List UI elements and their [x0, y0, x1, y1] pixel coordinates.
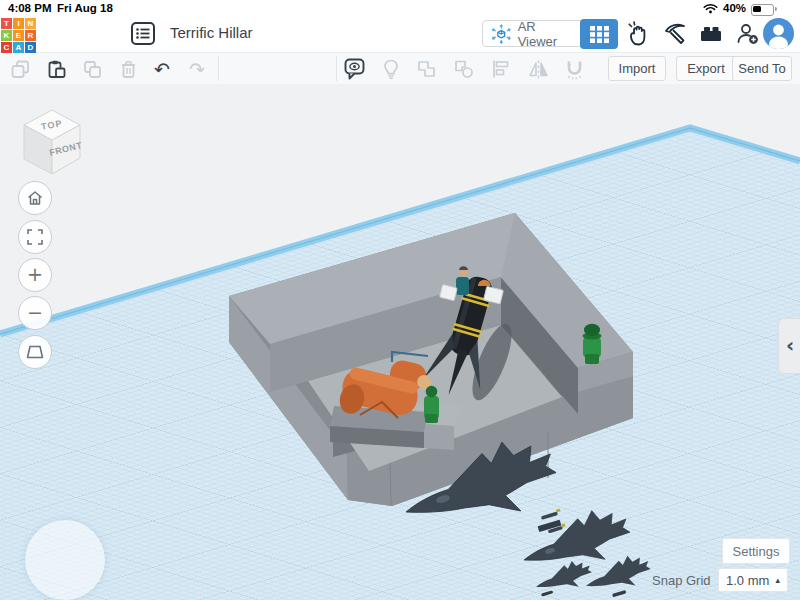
- logo-tile: N: [25, 18, 36, 29]
- home-icon: [26, 189, 44, 207]
- minecraft-pickaxe-button[interactable]: [660, 20, 690, 48]
- ar-viewer-button[interactable]: AR Viewer: [482, 20, 584, 47]
- battery-nub: [775, 7, 777, 11]
- grid-icon: [590, 26, 609, 43]
- zoom-in-button[interactable]: +: [18, 258, 52, 292]
- ar-cube-icon: [491, 23, 512, 45]
- plus-icon: +: [27, 265, 43, 284]
- home-view-button[interactable]: [18, 181, 52, 215]
- mirror-icon: [527, 58, 550, 80]
- copy-icon: [10, 59, 31, 80]
- app-bar: T I N K E R C A D Terrific Hillar: [0, 16, 800, 53]
- logo-tile: K: [1, 30, 12, 41]
- shapes-panel-handle[interactable]: ‹: [778, 318, 800, 374]
- battery-icon: [751, 4, 774, 16]
- green-soldier-figure[interactable]: [583, 324, 602, 364]
- perspective-icon: [25, 343, 45, 361]
- snap-magnet-button[interactable]: [562, 57, 586, 81]
- mirror-button[interactable]: [526, 57, 550, 81]
- edit-toolbar: ↶ ↷: [0, 53, 800, 85]
- wifi-icon: [703, 3, 718, 14]
- chevron-left-icon: ‹: [786, 333, 794, 357]
- pickaxe-icon: [662, 21, 688, 47]
- comment-eye-icon: [343, 57, 366, 81]
- design-list-icon: [130, 21, 156, 46]
- snap-grid-value: 1.0 mm: [726, 573, 769, 588]
- show-all-button[interactable]: [379, 57, 403, 81]
- export-button[interactable]: Export: [676, 56, 736, 81]
- design-title[interactable]: Terrific Hillar: [170, 24, 253, 41]
- perspective-toggle-button[interactable]: [18, 335, 52, 369]
- user-avatar[interactable]: [763, 18, 794, 49]
- notes-button[interactable]: [342, 57, 366, 81]
- hand-icon: [626, 21, 652, 47]
- status-bar: 4:08 PM Fri Aug 18 40%: [0, 0, 800, 16]
- toolbar-divider: [218, 56, 219, 81]
- trash-icon: [118, 59, 139, 80]
- battery-fill: [753, 6, 761, 12]
- add-collaborator-button[interactable]: [734, 20, 762, 48]
- logo-tile: C: [1, 42, 12, 53]
- duplicate-button[interactable]: [80, 57, 104, 81]
- 3d-scene[interactable]: [0, 84, 800, 600]
- grid-view-button-active[interactable]: [580, 19, 618, 49]
- fit-view-button[interactable]: [18, 220, 52, 254]
- logo-tile: I: [13, 18, 24, 29]
- status-time: 4:08 PM: [8, 2, 51, 14]
- align-button[interactable]: [489, 57, 513, 81]
- ungroup-button[interactable]: [452, 57, 476, 81]
- logo-tile: D: [25, 42, 36, 53]
- add-person-icon: [735, 21, 761, 47]
- zoom-out-button[interactable]: −: [18, 296, 52, 330]
- minus-icon: −: [27, 303, 43, 322]
- lightbulb-icon: [380, 58, 402, 81]
- lego-brick-icon: [698, 21, 724, 47]
- battery-percent: 40%: [723, 2, 746, 14]
- paste-button[interactable]: [44, 57, 68, 81]
- green-worker-figure[interactable]: [424, 386, 439, 423]
- send-to-button[interactable]: Send To: [732, 56, 792, 81]
- fit-view-icon: [26, 228, 44, 246]
- avatar-person-icon: [763, 18, 794, 49]
- logo-tile: R: [25, 30, 36, 41]
- paste-icon: [46, 59, 67, 80]
- align-icon: [490, 58, 512, 80]
- tinkercad-app: 4:08 PM Fri Aug 18 40% T I N K E R C A D: [0, 0, 800, 600]
- group-button[interactable]: [415, 57, 439, 81]
- delete-button[interactable]: [116, 57, 140, 81]
- logo-tile: E: [13, 30, 24, 41]
- import-button[interactable]: Import: [608, 56, 666, 81]
- duplicate-icon: [82, 59, 103, 80]
- redo-icon: ↷: [189, 60, 205, 79]
- undo-icon: ↶: [154, 60, 170, 79]
- orbit-joystick[interactable]: [25, 520, 105, 600]
- snap-grid-label: Snap Grid: [652, 573, 711, 588]
- logo-tile: A: [13, 42, 24, 53]
- group-icon: [416, 58, 438, 80]
- snap-grid-dropdown[interactable]: 1.0 mm ▴: [718, 568, 788, 592]
- copy-button[interactable]: [8, 57, 32, 81]
- magnet-icon: [563, 58, 586, 81]
- brick-export-button[interactable]: [696, 20, 726, 48]
- gesture-tool-button[interactable]: [624, 20, 654, 48]
- redo-button[interactable]: ↷: [185, 57, 209, 81]
- undo-button[interactable]: ↶: [150, 57, 174, 81]
- my-designs-button[interactable]: [130, 21, 156, 46]
- toolbar-divider: [336, 56, 337, 81]
- tinkercad-logo[interactable]: T I N K E R C A D: [0, 17, 38, 54]
- settings-button[interactable]: Settings: [722, 538, 790, 564]
- caret-up-icon: ▴: [775, 575, 780, 585]
- ungroup-icon: [453, 58, 475, 80]
- 3d-viewport[interactable]: [0, 84, 800, 600]
- logo-tile: T: [1, 18, 12, 29]
- status-date: Fri Aug 18: [57, 2, 113, 14]
- ar-viewer-label: AR Viewer: [518, 19, 575, 49]
- view-cube[interactable]: TOP FRONT: [12, 98, 92, 182]
